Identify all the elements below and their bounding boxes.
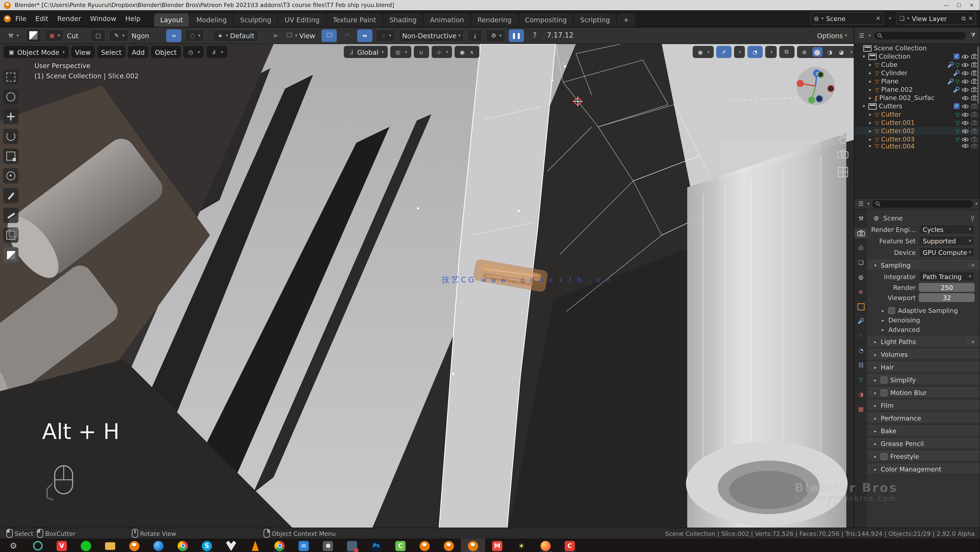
presets-menu-icon[interactable]: ⋮≡ bbox=[966, 263, 975, 268]
presets-menu-icon[interactable]: ⋮≡ bbox=[966, 339, 975, 345]
render-camera-icon[interactable] bbox=[971, 95, 978, 101]
view-menu[interactable]: View bbox=[71, 46, 95, 58]
tab-modifiers[interactable] bbox=[854, 316, 867, 326]
taskbar-ring-app-icon[interactable] bbox=[25, 538, 50, 552]
tab-data[interactable]: ▽ bbox=[854, 375, 867, 385]
render-camera-off-icon[interactable] bbox=[971, 120, 978, 126]
feature-set-dropdown[interactable]: Supported▾ bbox=[919, 236, 975, 246]
grid-ortho-icon[interactable] bbox=[837, 166, 849, 178]
taskbar-photoshop-icon[interactable]: Ps bbox=[364, 538, 388, 552]
add-workspace-button[interactable]: + bbox=[617, 13, 636, 27]
mode-dropdown[interactable]: ▣Object Mode▾ bbox=[4, 46, 68, 58]
camera-view-icon[interactable] bbox=[837, 150, 849, 159]
menu-edit[interactable]: Edit bbox=[31, 14, 53, 22]
outliner-row-cube[interactable]: ▸ ▽ Cube ▽ bbox=[854, 61, 980, 69]
collection-checkbox[interactable]: ✓ bbox=[954, 54, 959, 59]
taskbar-blender-2-icon[interactable] bbox=[412, 538, 437, 552]
help-icon[interactable]: ? bbox=[531, 32, 539, 39]
taskbar-wolf-app-icon[interactable] bbox=[219, 538, 243, 552]
transform-orientation-dropdown[interactable]: ⅃Global▾ bbox=[344, 46, 388, 58]
hide-eye-icon[interactable] bbox=[961, 112, 969, 117]
pin-icon[interactable]: ⚲︎ bbox=[970, 214, 975, 222]
outliner-row-scene-collection[interactable]: Scene Collection bbox=[854, 44, 980, 52]
add-menu[interactable]: Add bbox=[128, 46, 148, 58]
properties-search[interactable] bbox=[872, 200, 973, 207]
hide-eye-icon[interactable] bbox=[961, 79, 969, 84]
snapping-dropdown[interactable]: ⊹▾ bbox=[431, 46, 452, 58]
outliner-row-cutter-004[interactable]: ▸ ▽ Cutter.004 bbox=[854, 144, 980, 148]
render-camera-icon[interactable] bbox=[971, 54, 978, 59]
outliner-row-cylinder[interactable]: ▸ ▽ Cylinder bbox=[854, 69, 980, 77]
outliner-editor-icon[interactable]: ☰ bbox=[858, 32, 865, 39]
scene-unlink-icon[interactable]: ✕ bbox=[876, 15, 881, 22]
outliner-row-cutter[interactable]: ▸ ▽ Cutter ▽ bbox=[854, 110, 980, 118]
overlays-dropdown[interactable]: ▾ bbox=[765, 46, 776, 58]
ngon-mode-dropdown[interactable]: ✎▾ bbox=[109, 29, 128, 42]
tab-layout[interactable]: Layout bbox=[154, 13, 190, 27]
tab-world[interactable]: 🜨︎ bbox=[854, 287, 867, 297]
outliner-row-cutter-003[interactable]: ▸ ▽ Cutter.003 ▽ bbox=[854, 135, 980, 144]
taskbar-mail-icon[interactable]: ✉ bbox=[291, 538, 316, 552]
filter-icon[interactable]: ⧩ bbox=[969, 32, 977, 39]
boxcutter-tool[interactable] bbox=[3, 247, 19, 263]
sampling-section[interactable]: ▾ Sampling ⋮≡ bbox=[867, 260, 980, 271]
hide-eye-icon[interactable] bbox=[961, 54, 969, 59]
cut-mode-dropdown[interactable]: ▣▾ bbox=[45, 29, 64, 42]
filter-chevron-icon[interactable]: ▾ bbox=[975, 201, 977, 206]
rendered-shading-icon[interactable]: ◕ bbox=[838, 48, 845, 56]
taskbar-edge-icon[interactable] bbox=[146, 538, 170, 552]
tab-render[interactable] bbox=[854, 228, 867, 238]
scale-tool[interactable] bbox=[3, 148, 19, 164]
hide-eye-icon[interactable] bbox=[961, 96, 969, 101]
cursor-arrow-icon[interactable]: ➤ bbox=[272, 32, 279, 39]
outliner-scrollbar[interactable] bbox=[977, 46, 979, 104]
display-toggle-button[interactable]: 🖵︎ bbox=[321, 29, 337, 42]
motion-blur-section[interactable]: ▸ Motion Blur bbox=[867, 388, 980, 398]
taskbar-camtasia-icon[interactable]: C bbox=[388, 538, 412, 552]
taskbar-green-app-icon[interactable] bbox=[74, 538, 98, 552]
scene-selector[interactable]: ◍ ▾ Scene ✕ bbox=[811, 12, 884, 25]
collapse-arrow-icon[interactable]: ▾ bbox=[861, 104, 867, 109]
adaptive-sampling-checkbox[interactable] bbox=[888, 307, 895, 314]
outliner-row-plane[interactable]: ▸ ▽ Plane ▽ bbox=[854, 77, 980, 85]
render-camera-icon[interactable] bbox=[971, 78, 978, 84]
view-layer-remove-icon[interactable]: ✕ bbox=[968, 15, 973, 22]
hide-eye-icon[interactable] bbox=[961, 70, 969, 76]
taskbar-vivaldi-icon[interactable]: V bbox=[50, 538, 74, 552]
visibility-dropdown[interactable]: ◉▾ bbox=[693, 46, 713, 58]
view-layer-selector[interactable]: ❏ ▾ View Layer ⧉ ✕ bbox=[896, 12, 976, 25]
tab-scene[interactable]: ◍ bbox=[854, 272, 867, 282]
render-camera-off-icon[interactable] bbox=[971, 144, 978, 148]
mode-lock-dropdown[interactable]: 🔒︎▾Default bbox=[212, 29, 258, 42]
hops-mode-dropdown[interactable]: Non-Destructive▾ bbox=[398, 29, 465, 42]
breadcrumb-scene[interactable]: Scene bbox=[883, 214, 903, 222]
expand-arrow-icon[interactable]: ▸ bbox=[867, 62, 873, 67]
color-management-section[interactable]: ▸ Color Management bbox=[867, 464, 980, 475]
close-button[interactable]: ✕ bbox=[967, 2, 976, 8]
hide-eye-icon[interactable] bbox=[961, 129, 969, 134]
array-dropdown[interactable]: ⁖▾ bbox=[375, 29, 395, 42]
tab-compositing[interactable]: Compositing bbox=[519, 13, 574, 27]
add-cube-tool[interactable] bbox=[3, 228, 19, 243]
taskbar-gmail-icon[interactable]: M bbox=[485, 538, 509, 552]
settings-gear-dropdown[interactable]: ⚙▾ bbox=[486, 29, 506, 42]
tab-output[interactable]: ⎙ bbox=[854, 243, 867, 253]
hide-eye-icon[interactable] bbox=[961, 144, 969, 148]
tab-modeling[interactable]: Modeling bbox=[190, 13, 234, 27]
denoising-subsection[interactable]: ▸ Denoising bbox=[867, 315, 980, 325]
render-camera-off-icon[interactable] bbox=[971, 103, 978, 109]
box-draw-button[interactable]: ▢ bbox=[91, 29, 106, 42]
outliner-row-cutters[interactable]: ▾ Cutters ✓ bbox=[854, 102, 980, 110]
render-samples-field[interactable]: 250 bbox=[919, 283, 975, 292]
performance-section[interactable]: ▸ Performance bbox=[867, 413, 980, 424]
wireframe-shading-icon[interactable]: ⊕ bbox=[801, 48, 808, 56]
annotate-tool[interactable] bbox=[3, 188, 19, 203]
taskbar-steam-icon[interactable]: ⚙ bbox=[1, 538, 25, 552]
snap-toggle[interactable]: ∪ bbox=[414, 46, 429, 58]
gizmo-toggle[interactable]: ↗ bbox=[716, 46, 731, 58]
xray-toggle[interactable]: ⧉ bbox=[779, 46, 794, 58]
minimize-button[interactable]: — bbox=[942, 2, 951, 8]
expand-arrow-icon[interactable]: ▸ bbox=[867, 70, 873, 76]
move-tool[interactable] bbox=[3, 109, 19, 124]
solid-shading-icon[interactable]: ⬤ bbox=[812, 47, 822, 57]
